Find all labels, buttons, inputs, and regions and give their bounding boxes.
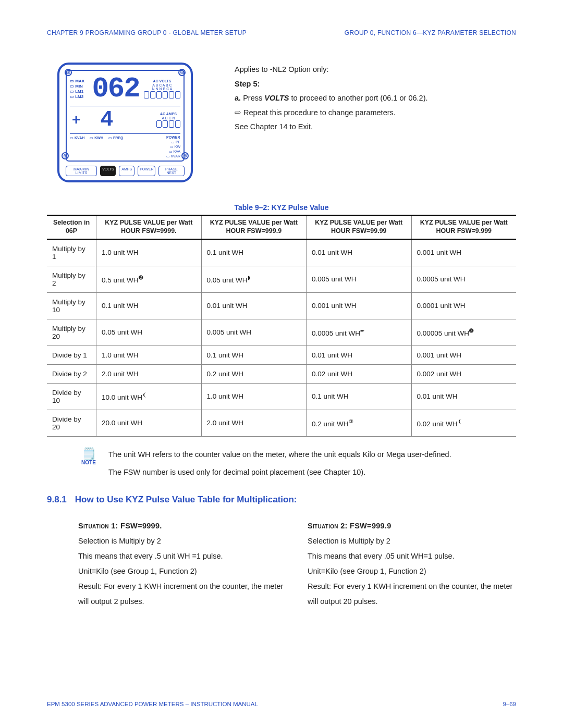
note-block: 🗒️ NOTE The unit WH refers to the counte… <box>78 448 516 479</box>
meter-main-display: 062 <box>88 73 144 105</box>
section-heading: 9.8.1 How to Use KYZ Pulse Value Table f… <box>47 495 516 505</box>
meter-bottom-labels: KVAH KWH FREQ <box>70 136 123 140</box>
page-footer: EPM 5300 SERIES ADVANCED POWER METERS – … <box>47 701 516 707</box>
table-caption: Table 9–2: KYZ Pulse Value <box>47 203 516 212</box>
step-a: a. Press VOLTS to proceed to another por… <box>235 91 516 106</box>
table-row: Divide by 22.0 unit WH0.2 unit WH0.02 un… <box>47 364 516 383</box>
table-cell: Divide by 10 <box>47 383 96 410</box>
table-cell: 0.01 unit WH <box>201 292 306 319</box>
table-cell: 0.05 unit WH◗ <box>201 266 306 292</box>
table-cell: 0.1 unit WH <box>201 239 306 266</box>
table-cell: 0.0001 unit WH <box>411 292 516 319</box>
step-label: Step 5: <box>235 77 516 92</box>
table-cell: 0.005 unit WH <box>307 266 411 292</box>
meter-illustration: ⊕ ⊕ MAX MIN LM1 LM2 062 AC VOLTS A B C A… <box>47 63 203 182</box>
note-p1: The unit WH refers to the counter value … <box>108 448 516 461</box>
arrow-right-icon: ⇨ <box>235 108 241 117</box>
meter-side-labels: MAX MIN LM1 LM2 <box>70 79 84 99</box>
table-cell: 0.005 unit WH <box>201 319 306 346</box>
footer-left: EPM 5300 SERIES ADVANCED POWER METERS – … <box>47 701 258 707</box>
th-fsw9ddd: KYZ PULSE VALUE per Watt HOUR FSW=9.999 <box>411 215 516 239</box>
table-row: Divide by 2020.0 unit WH2.0 unit WH0.2 u… <box>47 410 516 436</box>
instructions: Applies to -NL2 Option only: Step 5: a. … <box>235 63 516 182</box>
table-cell: 0.001 unit WH <box>411 239 516 266</box>
table-cell: 0.001 unit WH <box>411 346 516 364</box>
meter-btn-power: POWER <box>138 166 155 176</box>
repeat-line: ⇨ Repeat this procedure to change parame… <box>235 106 516 120</box>
situation-1: Situation 1: FSW=9999. Selection is Mult… <box>78 519 287 609</box>
th-selection: Selection in 06P <box>47 215 96 239</box>
table-cell: 0.02 unit WH❨ <box>411 410 516 436</box>
table-cell: 1.0 unit WH <box>201 383 306 410</box>
table-cell: 0.0005 unit WH <box>411 266 516 292</box>
table-cell: 10.0 unit WH❨ <box>96 383 201 410</box>
table-row: Divide by 11.0 unit WH0.1 unit WH0.01 un… <box>47 346 516 364</box>
table-row: Multiply by 100.1 unit WH0.01 unit WH0.0… <box>47 292 516 319</box>
th-fsw9999d: KYZ PULSE VALUE per Watt HOUR FSW=999.9 <box>201 215 306 239</box>
kyz-table: Selection in 06P KYZ PULSE VALUE per Wat… <box>47 215 516 436</box>
meter-btn-amps: AMPS <box>119 166 134 176</box>
section-number: 9.8.1 <box>47 495 67 505</box>
th-fsw9999dd: KYZ PULSE VALUE per Watt HOUR FSW=99.99 <box>307 215 411 239</box>
header-left: CHAPTER 9 PROGRAMMING GROUP 0 - GLOBAL M… <box>47 29 247 36</box>
meter-btn-phase: PHASE NEXT <box>158 166 185 176</box>
meter-btn-volts: VOLTS <box>100 166 116 176</box>
page-header: CHAPTER 9 PROGRAMMING GROUP 0 - GLOBAL M… <box>47 29 516 36</box>
table-cell: 0.2 unit WH③ <box>307 410 411 436</box>
table-cell: 0.01 unit WH <box>307 239 411 266</box>
footer-right: 9–69 <box>503 701 516 707</box>
table-cell: Divide by 20 <box>47 410 96 436</box>
top-section: ⊕ ⊕ MAX MIN LM1 LM2 062 AC VOLTS A B C A… <box>47 63 516 182</box>
table-cell: 0.2 unit WH <box>201 364 306 383</box>
table-cell: 0.002 unit WH <box>411 364 516 383</box>
table-cell: 0.01 unit WH <box>307 346 411 364</box>
table-row: Divide by 1010.0 unit WH❨1.0 unit WH0.1 … <box>47 383 516 410</box>
table-cell: 0.01 unit WH <box>411 383 516 410</box>
applies-text: Applies to -NL2 Option only: <box>235 63 516 77</box>
table-cell: 0.05 unit WH <box>96 319 201 346</box>
ac-volts-block: AC VOLTS A B C A B C N N N B C A <box>144 79 180 98</box>
meter-button-row: MAX/MIN LIMITS VOLTS AMPS POWER PHASE NE… <box>66 166 185 176</box>
table-cell: Multiply by 1 <box>47 239 96 266</box>
screw-icon: ⊕ <box>181 152 189 159</box>
table-cell: 2.0 unit WH <box>201 410 306 436</box>
table-cell: Divide by 2 <box>47 364 96 383</box>
table-row: Multiply by 200.05 unit WH0.005 unit WH0… <box>47 319 516 346</box>
table-cell: Multiply by 10 <box>47 292 96 319</box>
situations: Situation 1: FSW=9999. Selection is Mult… <box>78 519 516 609</box>
table-cell: 0.02 unit WH <box>307 364 411 383</box>
table-cell: 0.1 unit WH <box>307 383 411 410</box>
ac-amps-block: AC AMPS A B C N <box>156 112 180 127</box>
table-cell: Multiply by 2 <box>47 266 96 292</box>
table-row: Multiply by 11.0 unit WH0.1 unit WH0.01 … <box>47 239 516 266</box>
power-block: POWER PF KW KVA KVAR <box>166 135 181 158</box>
table-cell: 0.0005 unit WH➨ <box>307 319 411 346</box>
screw-icon: ⊕ <box>178 69 186 76</box>
table-cell: 2.0 unit WH <box>96 364 201 383</box>
note-icon: 🗒️ NOTE <box>78 448 99 479</box>
table-cell: 0.1 unit WH <box>96 292 201 319</box>
th-fsw9999: KYZ PULSE VALUE per Watt HOUR FSW=9999. <box>96 215 201 239</box>
note-p2: The FSW number is used only for decimal … <box>108 466 516 479</box>
table-cell: 20.0 unit WH <box>96 410 201 436</box>
see-chapter: See Chapter 14 to Exit. <box>235 120 516 134</box>
table-cell: 0.00005 unit WH➌ <box>411 319 516 346</box>
meter-btn-maxmin: MAX/MIN LIMITS <box>66 166 97 176</box>
table-cell: Multiply by 20 <box>47 319 96 346</box>
table-cell: 1.0 unit WH <box>96 346 201 364</box>
plus-icon: + <box>72 112 80 128</box>
table-cell: 1.0 unit WH <box>96 239 201 266</box>
table-cell: Divide by 1 <box>47 346 96 364</box>
section-title: How to Use KYZ Pulse Value Table for Mul… <box>75 495 297 505</box>
meter-secondary-display: 4 <box>100 107 113 132</box>
table-cell: 0.5 unit WH➋ <box>96 266 201 292</box>
table-row: Multiply by 20.5 unit WH➋0.05 unit WH◗0.… <box>47 266 516 292</box>
table-cell: 0.1 unit WH <box>201 346 306 364</box>
table-cell: 0.001 unit WH <box>307 292 411 319</box>
header-right: GROUP 0, FUNCTION 6—KYZ PARAMETER SELECT… <box>345 29 516 36</box>
screw-icon: ⊕ <box>65 69 72 76</box>
situation-2: Situation 2: FSW=999.9 Selection is Mult… <box>308 519 516 609</box>
